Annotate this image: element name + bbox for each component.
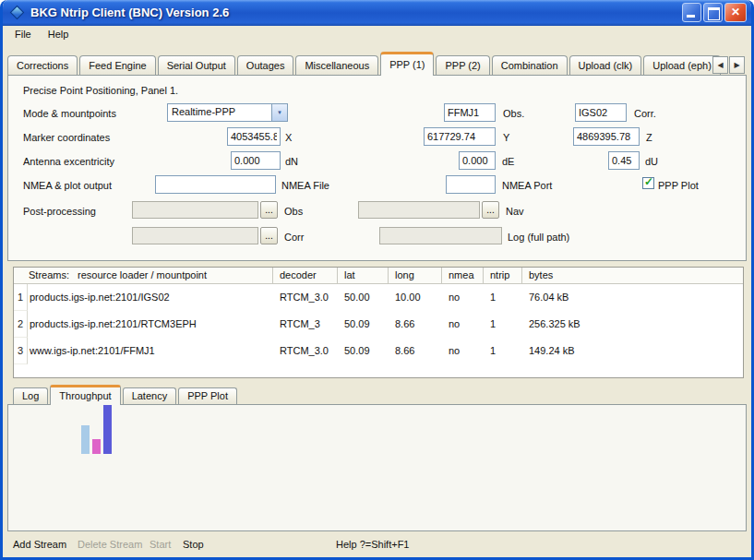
marker-y-input[interactable] xyxy=(424,127,496,146)
header-mountpoint-label: resource loader / mountpoint xyxy=(78,269,207,283)
cell-lat: 50.00 xyxy=(338,284,389,311)
cell-mountpoint: products.igs-ip.net:2101/IGS02 xyxy=(28,284,273,311)
maximize-button[interactable] xyxy=(703,3,723,22)
chart-bar-rtcm3 xyxy=(103,399,112,454)
post-nav-input[interactable] xyxy=(358,201,480,219)
obs-label: Obs. xyxy=(503,108,524,119)
cell-long: 8.66 xyxy=(389,338,442,364)
app-icon xyxy=(10,6,25,20)
mode-label: Mode & mountpoints xyxy=(23,108,116,119)
antenna-label: Antenna excentricity xyxy=(23,156,114,167)
tab-upload-clk[interactable]: Upload (clk) xyxy=(569,55,642,75)
cell-bytes: 149.24 kB xyxy=(522,338,743,364)
mode-dropdown-value: Realtime-PPP xyxy=(172,106,235,117)
header-long[interactable]: long xyxy=(389,268,442,283)
row-number: 3 xyxy=(14,338,28,364)
ppp-plot-label: PPP Plot xyxy=(658,180,699,191)
tab-ppp-1[interactable]: PPP (1) xyxy=(380,52,434,76)
antenna-du-input[interactable] xyxy=(608,151,640,170)
ppp-plot-checkbox[interactable]: ✓ xyxy=(642,177,654,189)
post-obs-label: Obs xyxy=(284,206,303,217)
streams-table-header: Streams: resource loader / mountpoint de… xyxy=(14,268,743,284)
du-label: dU xyxy=(645,156,658,167)
header-streams-label: Streams: xyxy=(29,269,69,283)
cell-lat: 50.09 xyxy=(338,311,389,338)
cell-nmea: no xyxy=(442,284,484,311)
tab-serial-output[interactable]: Serial Output xyxy=(158,55,235,75)
tab-upload-eph[interactable]: Upload (eph) xyxy=(643,55,721,75)
row-number: 2 xyxy=(14,311,28,338)
post-log-input[interactable] xyxy=(379,227,502,244)
corr-mountpoint-input[interactable] xyxy=(575,103,627,122)
minimize-button[interactable] xyxy=(682,3,701,22)
title-bar[interactable]: BKG Ntrip Client (BNC) Version 2.6 ✕ xyxy=(3,0,751,26)
stream-row-3[interactable]: 3 www.igs-ip.net:2101/FFMJ1 RTCM_3.0 50.… xyxy=(14,338,743,364)
bottom-tab-ppp-plot[interactable]: PPP Plot xyxy=(178,387,237,404)
throughput-chart-panel: 6 kbits 0 kbits FFMJ1 IGS02 RTCM3 xyxy=(7,404,747,531)
nmea-port-label: NMEA Port xyxy=(502,180,552,191)
cell-long: 10.00 xyxy=(389,284,442,311)
delete-stream-button[interactable]: Delete Stream xyxy=(78,539,142,550)
menu-file[interactable]: File xyxy=(6,26,40,45)
tab-scroll-right-icon[interactable]: ▶ xyxy=(729,56,745,74)
header-nmea[interactable]: nmea xyxy=(442,268,484,283)
streams-table: Streams: resource loader / mountpoint de… xyxy=(13,267,744,378)
header-bytes[interactable]: bytes xyxy=(522,268,743,283)
z-label: Z xyxy=(646,132,652,143)
menu-help[interactable]: Help xyxy=(40,26,78,45)
cell-decoder: RTCM_3 xyxy=(273,311,338,338)
close-button[interactable]: ✕ xyxy=(724,3,747,22)
stream-row-1[interactable]: 1 products.igs-ip.net:2101/IGS02 RTCM_3.… xyxy=(14,284,743,311)
cell-ntrip: 1 xyxy=(484,338,522,364)
bottom-tab-latency[interactable]: Latency xyxy=(123,387,177,404)
stop-button[interactable]: Stop xyxy=(183,539,204,550)
chevron-down-icon[interactable]: ▼ xyxy=(271,104,287,121)
panel-title: Precise Point Positioning, Panel 1. xyxy=(23,85,178,96)
mode-dropdown[interactable]: Realtime-PPP ▼ xyxy=(167,103,288,122)
stream-row-2[interactable]: 2 products.igs-ip.net:2101/RTCM3EPH RTCM… xyxy=(14,311,743,338)
tab-ppp-2[interactable]: PPP (2) xyxy=(436,55,489,75)
cell-ntrip: 1 xyxy=(484,311,522,338)
header-ntrip[interactable]: ntrip xyxy=(484,268,522,283)
post-corr-label: Corr xyxy=(284,232,304,243)
post-obs-input[interactable] xyxy=(132,201,258,219)
tab-feed-engine[interactable]: Feed Engine xyxy=(79,55,155,75)
antenna-de-input[interactable] xyxy=(459,151,496,170)
ppp1-panel: Precise Point Positioning, Panel 1. Mode… xyxy=(7,75,747,261)
y-label: Y xyxy=(503,132,509,143)
tab-corrections[interactable]: Corrections xyxy=(7,55,78,75)
nmea-file-input[interactable] xyxy=(155,175,276,194)
bnc-window: BKG Ntrip Client (BNC) Version 2.6 ✕ Fil… xyxy=(0,0,754,560)
tab-combination[interactable]: Combination xyxy=(492,55,568,75)
nmea-port-input[interactable] xyxy=(446,175,496,194)
post-nav-browse-button[interactable]: ... xyxy=(482,201,499,219)
post-nav-label: Nav xyxy=(506,206,524,217)
post-obs-browse-button[interactable]: ... xyxy=(260,201,278,219)
header-mountpoint[interactable]: Streams: resource loader / mountpoint xyxy=(14,268,273,283)
tab-outages[interactable]: Outages xyxy=(237,55,294,75)
row-number: 1 xyxy=(14,284,28,311)
post-corr-input[interactable] xyxy=(132,227,258,244)
chart-bar-ffmj1 xyxy=(81,425,90,454)
post-log-label: Log (full path) xyxy=(508,232,569,243)
marker-x-input[interactable] xyxy=(227,127,281,146)
start-button[interactable]: Start xyxy=(150,539,171,550)
marker-z-input[interactable] xyxy=(573,127,640,146)
add-stream-button[interactable]: Add Stream xyxy=(13,539,66,550)
header-decoder[interactable]: decoder xyxy=(273,268,338,283)
tab-miscellaneous[interactable]: Miscellaneous xyxy=(295,55,378,75)
cell-ntrip: 1 xyxy=(484,284,522,311)
bottom-tab-throughput[interactable]: Throughput xyxy=(50,385,120,405)
cell-bytes: 76.04 kB xyxy=(522,284,743,311)
nmea-label: NMEA & plot output xyxy=(23,180,112,191)
obs-mountpoint-input[interactable] xyxy=(444,103,496,122)
post-corr-browse-button[interactable]: ... xyxy=(260,227,278,244)
cell-nmea: no xyxy=(442,338,484,364)
tab-scroll-left-icon[interactable]: ◀ xyxy=(712,56,728,74)
help-shortcut-label: Help ?=Shift+F1 xyxy=(336,539,410,550)
corr-label: Corr. xyxy=(634,108,656,119)
bottom-tab-log[interactable]: Log xyxy=(13,387,48,404)
header-lat[interactable]: lat xyxy=(338,268,389,283)
cell-lat: 50.09 xyxy=(338,338,389,364)
antenna-dn-input[interactable] xyxy=(231,151,281,170)
